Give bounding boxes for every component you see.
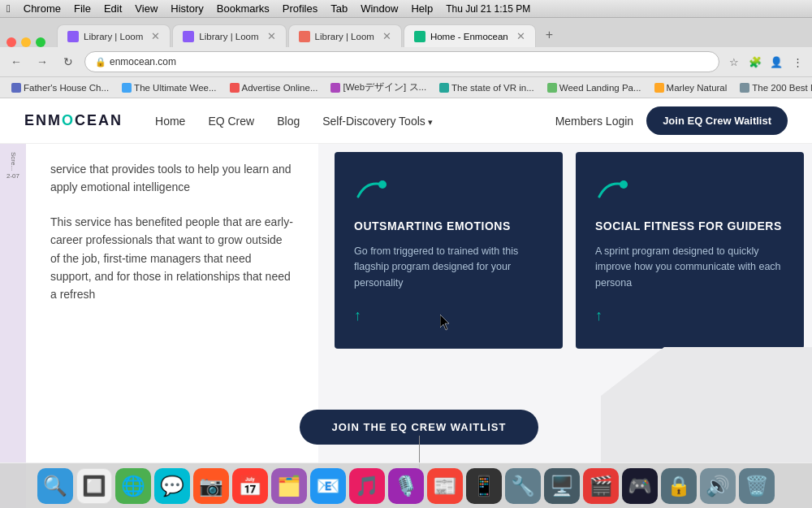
close-window-button[interactable] bbox=[6, 37, 16, 47]
tab-2-close[interactable]: ✕ bbox=[267, 30, 276, 42]
tab-1-close[interactable]: ✕ bbox=[151, 30, 160, 42]
dock-finder-icon[interactable]: 🔍 bbox=[37, 468, 73, 504]
card-1-arrow[interactable]: ↑ bbox=[354, 307, 543, 324]
file-menu[interactable]: File bbox=[74, 2, 91, 15]
reload-button[interactable]: ↻ bbox=[58, 52, 78, 72]
bookmark-4-favicon bbox=[330, 83, 340, 93]
bookmark-6-label: Weed Landing Pa... bbox=[559, 83, 641, 93]
bookmark-2[interactable]: The Ultimate Wee... bbox=[117, 81, 221, 94]
svg-point-0 bbox=[378, 180, 387, 189]
profile-icon[interactable]: 👤 bbox=[768, 54, 784, 70]
bookmark-6[interactable]: Weed Landing Pa... bbox=[542, 81, 646, 94]
bookmarks-menu[interactable]: Bookmarks bbox=[217, 2, 270, 15]
tab-4-favicon bbox=[414, 31, 425, 42]
bookmark-4[interactable]: [Webデザイン] ス... bbox=[326, 80, 431, 95]
tab-bar: Library | Loom ✕ Library | Loom ✕ Librar… bbox=[0, 18, 812, 47]
browser-chrome: Library | Loom ✕ Library | Loom ✕ Librar… bbox=[0, 18, 812, 98]
tab-2[interactable]: Library | Loom ✕ bbox=[172, 24, 286, 47]
bookmark-1[interactable]: Father's House Ch... bbox=[6, 81, 114, 94]
bookmark-3[interactable]: Advertise Online... bbox=[225, 81, 323, 94]
cards-area: OUTSMARTING EMOTIONS Go from triggered t… bbox=[326, 144, 812, 357]
dock-iphone-icon[interactable]: 📱 bbox=[466, 468, 502, 504]
chrome-menu[interactable]: Chrome bbox=[24, 2, 61, 15]
dock-notes-icon[interactable]: 🗂️ bbox=[271, 468, 307, 504]
bookmark-5-label: The state of VR in... bbox=[451, 83, 534, 93]
tab-3-title: Library | Loom bbox=[315, 32, 374, 41]
dock-music-icon[interactable]: 🎵 bbox=[349, 468, 385, 504]
dock-messages-icon[interactable]: 💬 bbox=[154, 468, 190, 504]
dock-facetime-icon[interactable]: 📷 bbox=[193, 468, 229, 504]
dock-news-icon[interactable]: 📰 bbox=[427, 468, 463, 504]
card-2-arrow[interactable]: ↑ bbox=[595, 307, 784, 324]
mac-menu:  Chrome File Edit View History Bookmark… bbox=[6, 2, 530, 15]
dock-figma-icon[interactable]: 🔊 bbox=[700, 468, 736, 504]
tab-1-title: Library | Loom bbox=[84, 32, 143, 41]
screenshot-sidebar: Scre... 2-07 bbox=[0, 144, 26, 508]
window-menu[interactable]: Window bbox=[361, 2, 398, 15]
tab-3[interactable]: Library | Loom ✕ bbox=[288, 24, 402, 47]
bookmark-8[interactable]: The 200 Best Non... bbox=[735, 81, 812, 94]
dock-vlc-icon[interactable]: 🎬 bbox=[583, 468, 619, 504]
forward-button[interactable]: → bbox=[32, 52, 52, 72]
left-text-para2: This service has benefited people that a… bbox=[50, 213, 294, 304]
dock-calendar-icon[interactable]: 📅 bbox=[232, 468, 268, 504]
dock-launchpad-icon[interactable]: 🔲 bbox=[76, 468, 112, 504]
nav-links: Home EQ Crew Blog Self-Discovery Tools bbox=[155, 115, 555, 128]
dock-zoom-icon[interactable]: 🎮 bbox=[622, 468, 658, 504]
website-content: ENMOCEAN Home EQ Crew Blog Self-Discover… bbox=[0, 98, 812, 508]
nav-eq-crew[interactable]: EQ Crew bbox=[208, 115, 254, 128]
view-menu[interactable]: View bbox=[135, 2, 158, 15]
nav-home[interactable]: Home bbox=[155, 115, 185, 128]
apple-menu[interactable]:  bbox=[6, 2, 11, 15]
dock-mail-icon[interactable]: 📧 bbox=[310, 468, 346, 504]
tab-4[interactable]: Home - Enmocean ✕ bbox=[404, 24, 536, 47]
content-area: service that provides tools to help you … bbox=[26, 144, 812, 508]
bookmark-4-label: [Webデザイン] ス... bbox=[343, 81, 426, 93]
left-text-panel: service that provides tools to help you … bbox=[26, 144, 318, 508]
join-eq-crew-waitlist-button[interactable]: Join EQ Crew Waitlist bbox=[646, 106, 788, 135]
site-navbar: ENMOCEAN Home EQ Crew Blog Self-Discover… bbox=[0, 98, 812, 144]
minimize-window-button[interactable] bbox=[21, 37, 31, 47]
address-bar[interactable]: 🔒 enmocean.com bbox=[84, 51, 719, 72]
dock-podcast-icon[interactable]: 🎙️ bbox=[388, 468, 424, 504]
nav-self-discovery[interactable]: Self-Discovery Tools bbox=[322, 115, 433, 128]
bookmark-3-favicon bbox=[230, 83, 240, 93]
edit-menu[interactable]: Edit bbox=[104, 2, 122, 15]
bookmark-8-favicon bbox=[740, 83, 749, 93]
lock-icon: 🔒 bbox=[95, 57, 106, 67]
card-2-description: A sprint program designed to quickly imp… bbox=[595, 244, 784, 291]
back-button[interactable]: ← bbox=[6, 52, 26, 72]
nav-blog[interactable]: Blog bbox=[277, 115, 300, 128]
card-2-title: SOCIAL FITNESS FOR GUIDERS bbox=[595, 219, 784, 232]
dock-monitor-icon[interactable]: 🖥️ bbox=[544, 468, 580, 504]
bookmark-7-label: Marley Natural bbox=[667, 83, 728, 93]
bookmark-8-label: The 200 Best Non... bbox=[752, 83, 812, 93]
bookmark-5[interactable]: The state of VR in... bbox=[434, 81, 539, 94]
fullscreen-window-button[interactable] bbox=[36, 37, 45, 47]
dock-trash-icon[interactable]: 🗑️ bbox=[739, 468, 775, 504]
new-tab-button[interactable]: + bbox=[538, 23, 561, 47]
bookmark-1-label: Father's House Ch... bbox=[24, 83, 109, 93]
card-outsmarting-emotions: OUTSMARTING EMOTIONS Go from triggered t… bbox=[335, 152, 563, 349]
dock-xcode-icon[interactable]: 🔧 bbox=[505, 468, 541, 504]
tab-4-close[interactable]: ✕ bbox=[516, 30, 525, 42]
site-main-content: Scre... 2-07 service that provides tools… bbox=[0, 144, 812, 508]
menu-icon[interactable]: ⋮ bbox=[789, 54, 806, 70]
tab-3-close[interactable]: ✕ bbox=[382, 30, 391, 42]
extension-icon[interactable]: 🧩 bbox=[747, 54, 763, 70]
history-menu[interactable]: History bbox=[171, 2, 203, 15]
tab-4-title: Home - Enmocean bbox=[430, 32, 508, 41]
bookmark-7[interactable]: Marley Natural bbox=[650, 81, 732, 94]
mac-dock: 🔍 🔲 🌐 💬 📷 📅 🗂️ 📧 🎵 🎙️ 📰 📱 🔧 🖥️ 🎬 🎮 🔒 🔊 🗑… bbox=[0, 462, 812, 508]
tab-1[interactable]: Library | Loom ✕ bbox=[57, 24, 171, 47]
sidebar-label: Scre... bbox=[10, 152, 17, 171]
dock-sketch-icon[interactable]: 🔒 bbox=[661, 468, 697, 504]
site-logo: ENMOCEAN bbox=[24, 112, 123, 129]
system-time: Thu Jul 21 1:15 PM bbox=[446, 3, 530, 15]
members-login-link[interactable]: Members Login bbox=[555, 115, 634, 128]
dock-safari-icon[interactable]: 🌐 bbox=[115, 468, 151, 504]
profiles-menu[interactable]: Profiles bbox=[283, 2, 317, 15]
tab-menu[interactable]: Tab bbox=[330, 2, 348, 15]
help-menu[interactable]: Help bbox=[411, 2, 433, 15]
bookmark-star-icon[interactable]: ☆ bbox=[726, 54, 742, 70]
